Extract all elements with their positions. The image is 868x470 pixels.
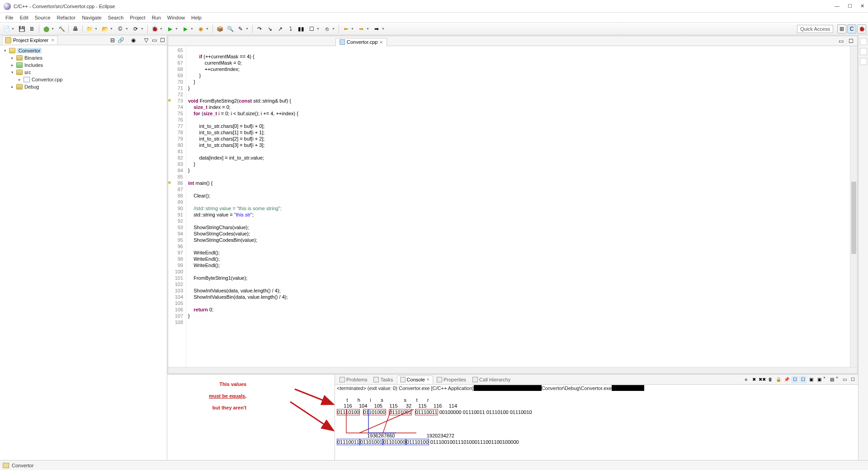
forward-button-2[interactable]: ➡ [372,24,381,33]
editor-tab[interactable]: Convertor.cpp ✕ [335,38,387,46]
term-icon[interactable]: ☐ [307,24,316,33]
code-editor[interactable]: if (++currentMask == 4) { currentMask = … [186,46,850,367]
tasks-icon [373,377,379,382]
minimize-editor-icon[interactable]: ▭ [836,37,845,46]
close-view-icon[interactable]: ✕ [51,38,55,42]
tree-convertor-cpp[interactable]: Convertor.cpp [32,77,62,82]
run-button[interactable]: ▶ [165,24,175,33]
minimize-button[interactable]: — [835,3,840,9]
remove-launch-icon[interactable]: ✖ [750,376,758,383]
menu-search[interactable]: Search [105,14,127,21]
new-console-icon[interactable]: ▣ [816,376,823,383]
scroll-lock-icon[interactable]: 🔒 [775,376,782,383]
title-bar: C/C++ - Convertor/src/Convertor.cpp - Ec… [0,0,868,13]
editor-hscroll[interactable] [168,367,857,373]
toggle-mark-icon[interactable]: ✎ [236,24,245,33]
project-explorer-tab[interactable]: Project Explorer ✕ [2,36,58,44]
new-class-icon[interactable]: © [116,24,125,33]
search-icon[interactable]: 🔍 [226,24,235,33]
outline-view-icon[interactable] [860,38,867,45]
task-list-icon[interactable] [860,58,867,65]
build-button[interactable]: ⬤ [42,24,51,33]
forward-button[interactable]: ➡ [357,24,366,33]
eclipse-icon [4,3,11,10]
profile-button[interactable]: ◉ [196,24,205,33]
display-icon-2[interactable]: ☐ [799,376,807,383]
menu-refactor[interactable]: Refactor [54,14,79,21]
link-editor-icon[interactable]: 🔗 [117,37,124,44]
line-gutter[interactable]: 6566676869707172737475767778798081828384… [168,46,186,367]
console-output[interactable]: t h i s s t r 116 104 105 115 32 115 116… [335,391,858,460]
menu-edit[interactable]: Edit [17,14,31,21]
editor-vscroll[interactable] [850,46,857,367]
tab-problems[interactable]: Problems [337,376,370,383]
tab-console[interactable]: Console✕ [397,376,433,384]
tab-properties[interactable]: Properties [434,376,469,383]
problems-icon [340,377,345,382]
display-icon[interactable]: ☐ [791,376,798,383]
make-targets-icon[interactable] [860,48,867,55]
menu-window[interactable]: Window [165,14,188,21]
drop-icon[interactable]: ⤵ [286,24,295,33]
cpp-perspective-icon[interactable]: C [847,24,856,33]
step-return-icon[interactable]: ↗ [276,24,285,33]
remove-all-icon[interactable]: ✖✖ [759,376,766,383]
project-tree[interactable]: ▾Convertor ▸Binaries ▸Includes ▾src ▸Con… [0,45,167,460]
menu-help[interactable]: Help [189,14,204,21]
editor-area: Convertor.cpp ✕ ▭ ☐ 65666768697071727374… [168,36,858,374]
maximize-console-icon[interactable]: ☐ [849,376,856,383]
new-button[interactable]: 📄 [2,24,11,33]
terminate-icon[interactable]: ■ [742,376,750,383]
run-last-button[interactable]: ▶ [181,24,190,33]
hammer-icon[interactable]: 🔨 [57,24,66,33]
menu-run[interactable]: Run [149,14,164,21]
minimize-console-icon[interactable]: ▭ [841,376,848,383]
open-console-icon[interactable]: ▣ [807,376,815,383]
select-console-icon[interactable]: ▤ [828,376,835,383]
open-type-icon[interactable]: 📦 [215,24,224,33]
resume-icon[interactable]: ▮▮ [297,24,306,33]
menu-source[interactable]: Source [32,14,53,21]
disconnect-icon[interactable]: ⎋ [322,24,331,33]
tree-src[interactable]: src [24,70,31,75]
bin2-a: 01110011 [337,439,360,445]
refresh-icon[interactable]: ⟳ [131,24,140,33]
close-tab-icon[interactable]: ✕ [379,40,383,45]
debug-perspective-icon[interactable]: 🐞 [857,24,866,33]
close-button[interactable]: ✕ [860,3,864,9]
maximize-view-icon[interactable]: ☐ [159,37,166,44]
step-over-icon[interactable]: ↷ [255,24,264,33]
menu-file[interactable]: File [3,14,16,21]
pin-console-icon[interactable]: 📌 [783,376,790,383]
print-icon[interactable]: 🖶 [71,24,80,33]
new-project-icon[interactable]: 📁 [85,24,94,33]
save-button[interactable]: 💾 [17,24,26,33]
focus-icon[interactable]: ◉ [130,37,137,44]
clear-console-icon[interactable]: 🗑 [767,376,774,383]
view-menu-icon[interactable]: ▽ [142,37,150,44]
save-all-button[interactable]: 🗎 [28,24,37,33]
maximize-editor-icon[interactable]: ☐ [846,37,855,46]
bin2-b: 01101001 [360,439,383,445]
cpp-file-icon [24,77,30,82]
tree-includes[interactable]: Includes [24,62,43,68]
back-button[interactable]: ⬅ [341,24,350,33]
tree-debug[interactable]: Debug [24,84,39,89]
debug-button[interactable]: 🐞 [150,24,159,33]
tab-tasks[interactable]: Tasks [371,376,396,383]
menu-navigate[interactable]: Navigate [79,14,104,21]
project-explorer-title: Project Explorer [13,38,48,43]
tab-call-hierarchy[interactable]: Call Hierarchy [470,376,513,383]
menu-project[interactable]: Project [127,14,148,21]
tree-binaries[interactable]: Binaries [24,55,42,61]
project-explorer-view: Project Explorer ✕ ⊟ 🔗 ◉ ▽ ▭ ☐ ▾Converto… [0,35,167,460]
quick-access[interactable]: Quick Access [797,25,833,33]
tree-project[interactable]: Convertor [17,48,42,53]
collapse-all-icon[interactable]: ⊟ [109,37,116,44]
minimize-view-icon[interactable]: ▭ [151,37,158,44]
step-into-icon[interactable]: ↘ [265,24,274,33]
new-folder-icon[interactable]: 📂 [100,24,109,33]
open-perspective-icon[interactable]: ⊞ [837,24,846,33]
maximize-button[interactable]: ☐ [848,3,852,9]
close-console-icon[interactable]: ✕ [426,377,430,382]
